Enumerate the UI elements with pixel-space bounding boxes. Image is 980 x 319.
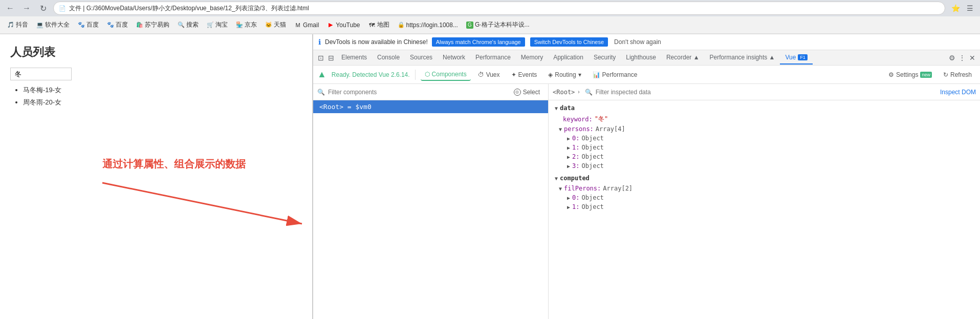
computed-collapse-icon[interactable]: ▼ — [555, 176, 558, 181]
keyword-row: keyword: "冬" — [555, 114, 974, 124]
person2-expand-icon[interactable]: ▶ — [567, 154, 570, 160]
notification-text: DevTools is now available in Chinese! — [325, 38, 428, 46]
info-icon: ℹ — [318, 38, 321, 46]
bookmark-login[interactable]: 🔒 https://login.1008... — [395, 20, 461, 30]
vue-ready-text: Ready. Detected Vue 2.6.14. — [332, 71, 410, 78]
tab-console[interactable]: Console — [372, 51, 405, 65]
extensions-button[interactable]: ⭐ — [949, 2, 962, 14]
filperons-expand-icon[interactable]: ▼ — [559, 186, 562, 192]
person-0-row[interactable]: ▶ 0: Object — [555, 134, 974, 143]
filter-inspected-input[interactable] — [596, 89, 937, 96]
routing-chevron-icon: ▾ — [578, 71, 581, 78]
tab-sources[interactable]: Sources — [405, 51, 438, 65]
routing-button[interactable]: ◈ Routing ▾ — [544, 69, 585, 80]
douyin-icon: 🎵 — [7, 22, 14, 29]
filter-icon: 🔍 — [317, 89, 325, 96]
tab-application[interactable]: Application — [548, 51, 589, 65]
tab-network[interactable]: Network — [438, 51, 470, 65]
tab-elements[interactable]: Elements — [336, 51, 372, 65]
bookmark-suning[interactable]: 🛍️ 苏宁易购 — [133, 19, 172, 31]
vuex-icon: ⏱ — [478, 71, 484, 78]
bookmark-taobao[interactable]: 🛒 淘宝 — [204, 19, 231, 31]
tab-recorder[interactable]: Recorder ▲ — [661, 51, 705, 65]
select-button[interactable]: ◎ Select — [510, 87, 544, 97]
vue-tab-badge: F1 — [798, 54, 808, 60]
devtools-settings-icon[interactable]: ⚙ — [947, 53, 957, 63]
browser-toolbar-icons: ⭐ ☰ — [949, 2, 976, 14]
address-bar[interactable]: 📄 文件 | G:/360MoveData/Users/静小文/Desktop/… — [53, 2, 945, 15]
back-button[interactable]: ← — [4, 2, 16, 14]
bookmark-gezi[interactable]: G G·格子达本科毕设... — [463, 19, 533, 31]
gmail-icon: M — [294, 22, 301, 29]
settings-button[interactable]: ⚙ Settings new — [884, 69, 936, 80]
fil-0-row[interactable]: ▶ 0: Object — [555, 193, 974, 202]
fil-perons-row[interactable]: ▼ filPerons: Array[2] — [555, 184, 974, 193]
reload-button[interactable]: ↻ — [37, 2, 49, 14]
vuex-button[interactable]: ⏱ Vuex — [474, 69, 504, 80]
dont-show-button[interactable]: Don't show again — [614, 38, 661, 46]
settings-icon: ⚙ — [888, 71, 894, 78]
person1-expand-icon[interactable]: ▶ — [567, 145, 570, 151]
tab-performance[interactable]: Performance — [470, 51, 516, 65]
devtools-tabs: ⊡ ⊟ Elements Console Sources Network Per… — [313, 50, 980, 66]
person-3-row[interactable]: ▶ 3: Object — [555, 161, 974, 171]
root-node[interactable]: <Root> = $vm0 — [313, 100, 548, 113]
switch-chinese-button[interactable]: Switch DevTools to Chinese — [530, 37, 608, 47]
jd-icon: 🏪 — [236, 22, 243, 29]
title-bar: ← → ↻ 📄 文件 | G:/360MoveData/Users/静小文/De… — [0, 0, 980, 16]
bookmark-tianmao[interactable]: 🐱 天猫 — [262, 19, 289, 31]
youtube-icon: ▶ — [327, 22, 334, 29]
components-icon: ⬡ — [425, 71, 430, 78]
address-text: 文件 | G:/360MoveData/Users/静小文/Desktop/vu… — [69, 4, 309, 13]
refresh-button[interactable]: ↻ Refresh — [939, 69, 976, 80]
search-input[interactable] — [10, 68, 72, 80]
tab-security[interactable]: Security — [589, 51, 621, 65]
bookmark-douyin[interactable]: 🎵 抖音 — [4, 19, 31, 31]
tab-vue[interactable]: Vue F1 — [780, 51, 812, 65]
bookmark-baidu2[interactable]: 🐾 百度 — [104, 19, 131, 31]
profile-button[interactable]: ☰ — [964, 2, 976, 14]
forward-button[interactable]: → — [20, 2, 33, 14]
persons-expand-icon[interactable]: ▼ — [559, 126, 562, 132]
bookmark-baidu1[interactable]: 🐾 百度 — [75, 19, 102, 31]
devtools-dock-icon[interactable]: ⊡ — [316, 53, 326, 63]
person-2-row[interactable]: ▶ 2: Object — [555, 152, 974, 161]
page-title: 人员列表 — [10, 45, 302, 60]
devtools-undock-icon[interactable]: ⊟ — [326, 53, 336, 63]
persons-row[interactable]: ▼ persons: Array[4] — [555, 124, 974, 134]
vue-logo: ▲ — [317, 69, 326, 80]
tab-lighthouse[interactable]: Lighthouse — [621, 51, 661, 65]
data-collapse-icon[interactable]: ▼ — [555, 105, 558, 111]
devtools-close-icon[interactable]: ✕ — [967, 53, 977, 63]
tab-memory[interactable]: Memory — [516, 51, 548, 65]
bookmark-software[interactable]: 💻 软件大全 — [33, 19, 73, 31]
refresh-icon: ↻ — [943, 71, 948, 78]
root-chevron-icon: › — [578, 89, 579, 95]
inspect-dom-button[interactable]: Inspect DOM — [940, 89, 976, 96]
bookmarks-bar: 🎵 抖音 💻 软件大全 🐾 百度 🐾 百度 🛍️ 苏宁易购 🔍 搜索 🛒 淘宝 — [0, 16, 980, 34]
devtools-more-icon[interactable]: ⋮ — [957, 53, 967, 63]
fil0-expand-icon[interactable]: ▶ — [567, 195, 570, 201]
fil1-expand-icon[interactable]: ▶ — [567, 204, 570, 210]
gezi-icon: G — [466, 22, 473, 29]
events-button[interactable]: ✦ Events — [507, 69, 541, 80]
person3-expand-icon[interactable]: ▶ — [567, 163, 570, 169]
bookmark-youtube[interactable]: ▶ YouTube — [324, 20, 363, 30]
filter-components-input[interactable] — [328, 89, 507, 96]
person0-expand-icon[interactable]: ▶ — [567, 136, 570, 141]
data-tree: ▼ data keyword: "冬" ▼ persons: Array[4] — [549, 100, 980, 220]
filter-inspect-icon: 🔍 — [585, 89, 593, 96]
bookmark-gmail[interactable]: M Gmail — [291, 20, 322, 30]
fil-1-row[interactable]: ▶ 1: Object — [555, 202, 974, 211]
bookmark-jd[interactable]: 🏪 京东 — [233, 19, 260, 31]
component-tree: 🔍 ◎ Select <Root> = $vm0 — [313, 84, 549, 319]
performance-button[interactable]: 📊 Performance — [589, 69, 642, 80]
settings-badge: new — [920, 72, 932, 78]
bookmark-search[interactable]: 🔍 搜索 — [175, 19, 202, 31]
match-lang-button[interactable]: Always match Chrome's language — [432, 37, 525, 47]
tab-perf-insights[interactable]: Performance insights ▲ — [705, 51, 780, 65]
person-1-row[interactable]: ▶ 1: Object — [555, 143, 974, 152]
list-item: 周冬雨-20-女 — [23, 98, 302, 107]
components-button[interactable]: ⬡ Components — [421, 69, 471, 81]
bookmark-map[interactable]: 🗺 地图 — [365, 19, 393, 31]
